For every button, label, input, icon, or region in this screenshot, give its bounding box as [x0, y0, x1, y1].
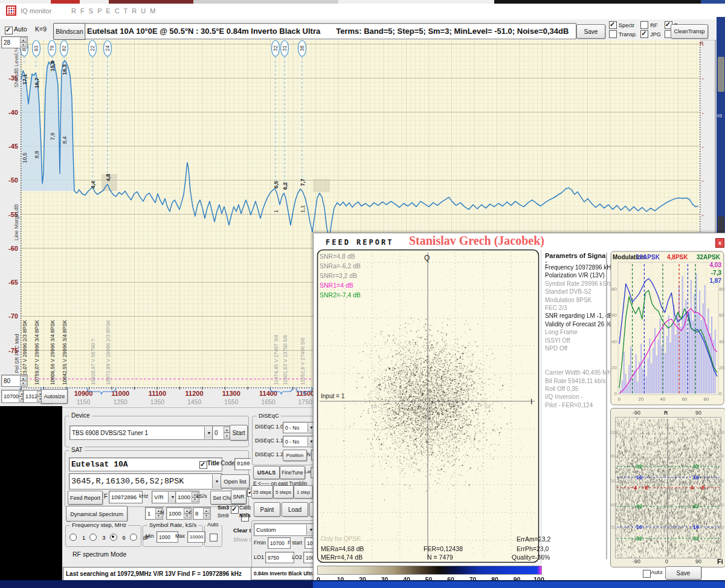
min-label: Min [146, 533, 154, 539]
diseqc11-select[interactable]: 0 - No▼ [283, 436, 314, 447]
device-panel: Device TBS 6908 DVBS/S2 Tuner 1▼ 0▲▼ Sta… [62, 407, 251, 588]
rf-checkbox[interactable] [640, 21, 648, 29]
transp.-checkbox[interactable] [609, 30, 617, 38]
fi-side-label: 100 [717, 430, 725, 435]
usals-button[interactable]: USALS [253, 466, 280, 479]
f-label: F [104, 493, 108, 500]
n2-spinner[interactable]: 1000▲▼ [166, 507, 192, 520]
page-title: R F S P E C T R U M [71, 7, 156, 15]
fi-save-button[interactable]: Save [665, 566, 701, 580]
peak-db-label: 16,3 [62, 64, 68, 75]
dropdown-arrow-icon[interactable]: ▼ [212, 474, 221, 488]
y-top-spinner[interactable]: 28▲▼ [1, 36, 28, 48]
channel-label: 10920,97 V 56790 ? [90, 338, 96, 385]
tuner-index-spinner[interactable]: 0▲▼ [212, 425, 231, 440]
peak-db-label: 4,8 [105, 173, 111, 181]
y-axis-label-right: -45 [702, 143, 703, 150]
code-label: Code [221, 460, 235, 467]
diseqc10-select[interactable]: 0 - No▼ [283, 422, 314, 433]
merr-readout: MERr=4,74 dB [321, 554, 362, 561]
background-window-strip: 03 [717, 17, 725, 233]
freq-step-radio-dF[interactable] [130, 534, 137, 541]
x-axis-freq-label: 11300 [222, 390, 240, 397]
app-name: IQ monitor [21, 7, 51, 15]
channel-label: 10972,89 V 29996 2/3 8PSK [105, 320, 111, 385]
diseqc11-label: DiSEqC 1.1 [255, 438, 283, 444]
y-bottom-spinner[interactable]: 80▲▼ [1, 375, 28, 387]
jpg-checkbox[interactable] [640, 30, 648, 38]
save-button[interactable]: Save [576, 24, 605, 39]
svg-text:20: 20 [611, 365, 617, 370]
freq-step-option-label: 1 [82, 534, 85, 541]
fi-auto-label: Auto [651, 569, 663, 575]
sm3-checkbox[interactable] [231, 506, 239, 514]
profile-select[interactable]: Custom▼ [254, 523, 314, 536]
fi-auto-checkbox[interactable] [643, 570, 651, 578]
close-button[interactable]: x [715, 238, 724, 248]
position-button[interactable]: Position [283, 450, 307, 461]
tuner-select[interactable]: TBS 6908 DVBS/S2 Tuner 1▼ [69, 425, 214, 440]
y-axis-label-right: -35 [702, 74, 703, 82]
start-button[interactable]: Start [230, 425, 248, 441]
auto-label: Auto [14, 25, 27, 33]
channel-label: 10806,56 V 29996 3/4 8PSK [50, 320, 56, 385]
max-field[interactable]: 10000 [187, 531, 205, 543]
desktop-black-area [0, 406, 62, 580]
code-field[interactable]: 0100 [234, 458, 253, 470]
autosize-button[interactable]: Autosize [41, 389, 68, 404]
channel-label: 11552,8 V 27496 5/6 [300, 337, 306, 385]
modulation-readout: -7,3 [711, 270, 722, 276]
transponder-select[interactable]: 3645,R,16130,56,S2;8PSK▼ [69, 473, 222, 489]
feed-report-button[interactable]: Feed Report [68, 491, 103, 505]
freq-step-radio-1[interactable] [69, 534, 77, 541]
steps1-button[interactable]: 1 step [294, 485, 313, 499]
cleantransp-button[interactable]: CleanTransp [671, 24, 708, 39]
freq-step-radio-6[interactable] [110, 534, 117, 541]
y-axis-label: -60 [8, 245, 18, 252]
transp.-label: Transp. [619, 31, 637, 37]
sat-info: Eutelsat 10A 10°0E @ 50.5°N : 30.5°E 0.8… [87, 27, 320, 36]
freq-step-radio-3[interactable] [89, 534, 97, 541]
open-list-button[interactable]: Open list [221, 474, 250, 488]
line-margin-axis-title: Line Margin,dB [13, 204, 19, 241]
blindscan-button[interactable]: Blindscan [53, 23, 86, 40]
spectr-checkbox[interactable] [609, 21, 617, 29]
signal-param-row: Modulation 8PSK [545, 297, 591, 303]
polarization-select[interactable]: V/R▼ [152, 491, 178, 503]
title-checkbox[interactable] [199, 461, 207, 469]
signal-param-row: FEC 2/3 [545, 305, 567, 311]
k-label: K=9 [35, 25, 47, 33]
n3-spinner[interactable]: 8▲▼ [193, 507, 211, 520]
toolbar: Auto K=9 Blindscan Eutelsat 10A 10°0E @ … [0, 19, 725, 40]
frequency-field[interactable]: 10972896 [109, 491, 143, 503]
peak-tag-label: 83 [33, 45, 39, 51]
symbol-rate-group: Symbol Rate, kS/s Min 1000 Max 10000 [143, 525, 203, 547]
search-status-bar: Last searching at 10972,9MHz V/R 13V Fin… [63, 567, 254, 581]
snr-line: SNRr=3,2 dB [320, 272, 357, 279]
lo1-field[interactable]: 9750 [265, 552, 294, 563]
auto-sr-checkbox[interactable] [210, 534, 218, 541]
auto-checkbox[interactable] [5, 27, 13, 34]
paint-button[interactable]: Paint [254, 502, 280, 517]
snr-mode-button[interactable]: SNR [231, 489, 246, 504]
modulation-legend-32APSK: 32APSK [697, 254, 721, 260]
sm9-label: Sm9 [218, 512, 229, 519]
steps5-button[interactable]: 5 steps [273, 485, 294, 499]
signal-param-row: Carrier Width 40,495 MHz [545, 369, 615, 376]
dynamical-spectrum-button[interactable]: Dynamical Spectrum [66, 506, 127, 522]
device-group: Device TBS 6908 DVBS/S2 Tuner 1▼ 0▲▼ Sta… [65, 416, 249, 447]
fi-side-label: 40 [610, 502, 615, 508]
steps25-button[interactable]: 25 steps [251, 485, 273, 499]
x-axis-freq-label: 11000 [111, 390, 129, 397]
x-axis-freq-label: 11400 [259, 390, 277, 397]
lt-label: < [188, 509, 192, 515]
title-bar: IQ monitor R F S P E C T R U M [0, 4, 725, 19]
peak-tag-label: 31 [282, 45, 288, 51]
svg-text:0: 0 [719, 391, 722, 396]
n-readout: N = 7479 [427, 554, 453, 561]
fi-top-label: 90 [695, 410, 701, 416]
load-button[interactable]: Load [282, 502, 308, 517]
finetune-button[interactable]: FineTune [280, 466, 305, 479]
symbolrate-spinner[interactable]: 1000▲▼ [175, 491, 199, 503]
peak-tag-label: 38 [299, 45, 305, 51]
